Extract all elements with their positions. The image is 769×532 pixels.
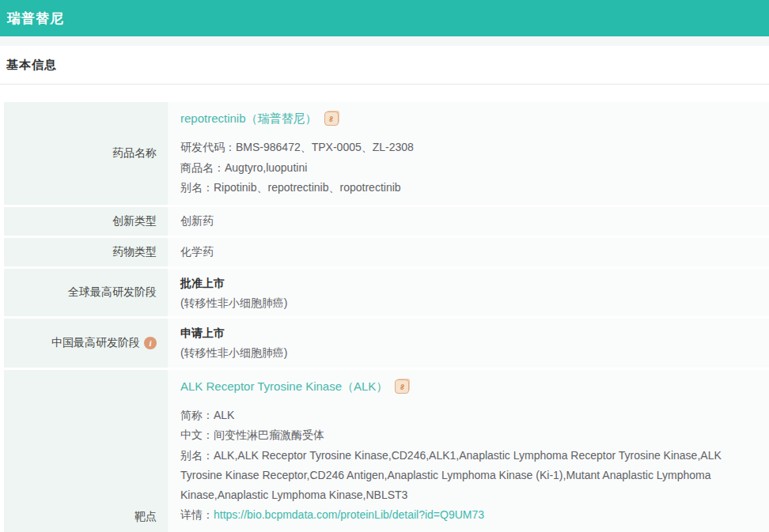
innovation-type-label: 创新类型 — [4, 207, 168, 236]
target-detail-url-link[interactable]: https://bio.bcpmdata.com/proteinLib/deta… — [214, 508, 484, 521]
drug-name-sublines: 研发代码：BMS-986472、TPX-0005、ZL-2308 商品名：Aug… — [180, 138, 763, 198]
dev-codes-line: 研发代码：BMS-986472、TPX-0005、ZL-2308 — [180, 138, 763, 158]
table-row-innovation-type: 创新类型 创新药 — [4, 207, 769, 236]
table-row-drug-type: 药物类型 化学药 — [4, 238, 769, 266]
trade-name-line: 商品名：Augtyro,luoputini — [180, 158, 763, 179]
basic-info-table: 药品名称 repotrectinib（瑞普替尼） 研发代码：BMS-986472… — [0, 102, 769, 532]
page-title: 瑞普替尼 — [7, 9, 64, 28]
china-stage-name: 申请上市 — [180, 323, 763, 343]
drug-type-value-text: 化学药 — [180, 245, 214, 259]
table-row-drug-name: 药品名称 repotrectinib（瑞普替尼） 研发代码：BMS-986472… — [4, 102, 769, 205]
page-header: 瑞普替尼 — [0, 0, 769, 36]
innovation-type-label-text: 创新类型 — [112, 214, 157, 228]
target-label: 靶点 — [4, 370, 168, 532]
target-chinese-line: 中文：间变性淋巴瘤激酶受体 — [180, 425, 763, 445]
table-row-global-stage: 全球最高研发阶段 批准上市 (转移性非小细胞肺癌) — [4, 269, 769, 316]
global-stage-value: 批准上市 (转移性非小细胞肺癌) — [168, 269, 769, 316]
drug-name-link[interactable]: repotrectinib（瑞普替尼） — [180, 111, 317, 126]
china-stage-label-text: 中国最高研发阶段 — [51, 336, 140, 350]
global-stage-label-text: 全球最高研发阶段 — [68, 285, 157, 300]
drug-detail-page: 瑞普替尼 基本信息 药品名称 repotrectinib（瑞普替尼） 研发代码：… — [0, 0, 769, 532]
china-stage-value: 申请上市 (转移性非小细胞肺癌) — [168, 319, 769, 368]
target-label-text: 靶点 — [134, 510, 157, 524]
china-stage-indication: (转移性非小细胞肺癌) — [180, 343, 763, 363]
drug-name-label: 药品名称 — [4, 102, 168, 205]
external-link-icon[interactable] — [324, 111, 339, 126]
drug-aliases-line: 别名：Ripotinib、repotrectinib、ropotrectinib — [180, 178, 763, 198]
table-row-china-stage: 中国最高研发阶段 i 申请上市 (转移性非小细胞肺癌) — [4, 319, 769, 368]
drug-name-value: repotrectinib（瑞普替尼） 研发代码：BMS-986472、TPX-… — [168, 102, 769, 205]
target-value: ALK Receptor Tyrosine Kinase（ALK） 简称：ALK… — [168, 370, 769, 532]
drug-type-value: 化学药 — [168, 238, 769, 266]
target-link[interactable]: ALK Receptor Tyrosine Kinase（ALK） — [180, 379, 388, 394]
global-stage-name: 批准上市 — [180, 274, 763, 293]
info-icon[interactable]: i — [144, 337, 157, 349]
target-detail-line: 详情：https://bio.bcpmdata.com/proteinLib/d… — [180, 505, 763, 525]
innovation-type-value: 创新药 — [168, 207, 769, 236]
drug-name-label-text: 药品名称 — [112, 146, 157, 160]
target-sublines: 简称：ALK 中文：间变性淋巴瘤激酶受体 别名：ALK,ALK Receptor… — [180, 406, 763, 526]
drug-type-label: 药物类型 — [4, 238, 168, 266]
innovation-type-value-text: 创新药 — [180, 214, 214, 228]
drug-name-link-line: repotrectinib（瑞普替尼） — [180, 110, 763, 127]
target-abbr-line: 简称：ALK — [180, 406, 763, 425]
global-stage-indication: (转移性非小细胞肺癌) — [180, 293, 763, 313]
global-stage-label: 全球最高研发阶段 — [4, 269, 168, 316]
chain-glyph — [326, 114, 336, 124]
drug-type-label-text: 药物类型 — [112, 245, 157, 259]
chain-glyph — [397, 382, 407, 392]
header-strip — [0, 36, 769, 46]
target-detail-label: 详情： — [180, 508, 214, 521]
china-stage-label: 中国最高研发阶段 i — [4, 319, 168, 368]
section-header: 基本信息 — [0, 46, 769, 85]
external-link-icon[interactable] — [395, 379, 409, 394]
table-row-target: 靶点 ALK Receptor Tyrosine Kinase（ALK） 简称：… — [4, 370, 769, 532]
section-title: 基本信息 — [6, 58, 769, 73]
target-link-line: ALK Receptor Tyrosine Kinase（ALK） — [180, 378, 763, 395]
target-aliases-line: 别名：ALK,ALK Receptor Tyrosine Kinase,CD24… — [180, 446, 763, 506]
